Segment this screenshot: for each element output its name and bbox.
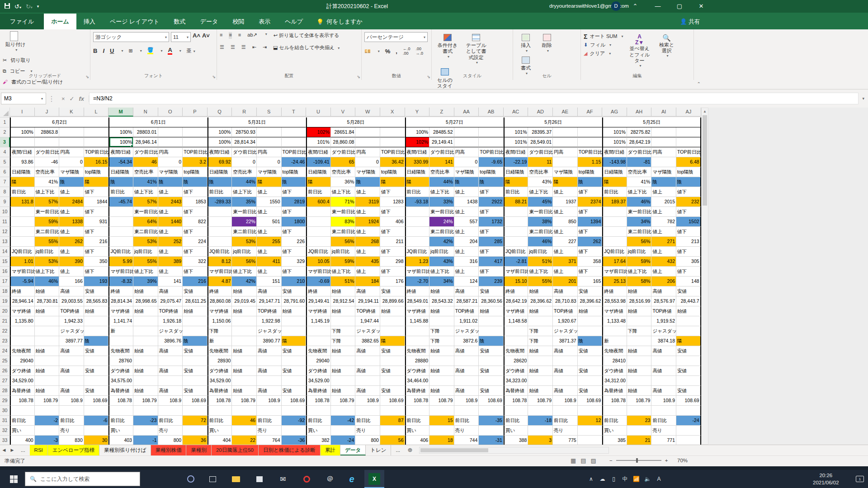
column-header-AG[interactable]: AG	[602, 108, 627, 117]
cell-AD10[interactable]: 東一前日比	[528, 207, 553, 217]
cell-O11[interactable]: 1440	[158, 217, 183, 227]
cell-J26[interactable]: 始値	[35, 366, 60, 376]
cell-AF17[interactable]: 165	[578, 277, 603, 286]
cell-W24[interactable]: 高値	[355, 346, 380, 356]
cell-P12[interactable]: 値下	[183, 227, 208, 237]
ribbon-tab-データ[interactable]: データ	[193, 14, 226, 29]
cell-Z4[interactable]: ダウ前日比	[429, 147, 454, 157]
cell-K22[interactable]: ジャスダック	[59, 326, 84, 336]
cell-K5[interactable]: 0	[59, 157, 84, 167]
vertical-scroll-thumb[interactable]	[703, 115, 707, 206]
cell-AA29[interactable]: 108.9	[454, 396, 479, 406]
cell-N20[interactable]: 始値	[133, 306, 158, 316]
cell-J22[interactable]	[35, 326, 60, 336]
cell-I3[interactable]	[10, 137, 35, 147]
cell-W15[interactable]: 435	[355, 257, 380, 267]
ime-mode-icon[interactable]: A	[653, 470, 665, 488]
cell-R25[interactable]	[232, 356, 257, 366]
cell-T3[interactable]	[282, 137, 307, 147]
cell-O27[interactable]	[158, 376, 183, 386]
cell-Q32[interactable]: 買い	[208, 426, 232, 436]
cell-O18[interactable]: 高値	[158, 286, 183, 296]
cell-K14[interactable]: 値上	[59, 247, 84, 257]
align-right-icon[interactable]: ☰	[241, 44, 246, 51]
row-header-16[interactable]: 16	[0, 267, 10, 277]
cell-K8[interactable]: 値上	[59, 187, 84, 197]
row-header-5[interactable]: 5	[0, 157, 10, 167]
cell-AJ4[interactable]: TOP前日比	[676, 147, 701, 157]
cell-W7[interactable]: 陰	[355, 177, 380, 187]
cell-K3[interactable]	[59, 137, 84, 147]
cell-V13[interactable]: 56%	[331, 237, 356, 247]
cell-S6[interactable]: マザ陽陰	[257, 167, 282, 177]
cell-I2[interactable]: 100%	[10, 127, 35, 137]
cell-AE30[interactable]	[553, 406, 578, 416]
cell-Z16[interactable]: 値上下比	[429, 267, 454, 277]
cell-AH19[interactable]: 28,516.99	[627, 296, 652, 306]
cell-AJ17[interactable]: 148	[676, 277, 701, 286]
cell-AG9[interactable]: 189.37	[602, 197, 627, 207]
cell-AH17[interactable]: 58%	[627, 277, 652, 286]
excel-taskbar-icon[interactable]: X	[364, 470, 384, 488]
normal-view-icon[interactable]: ▦	[571, 457, 576, 464]
cell-I16[interactable]: マザ前日比	[10, 267, 35, 277]
zoom-out-icon[interactable]: −	[609, 458, 613, 463]
cell-AI6[interactable]: マザ陽陰	[651, 167, 676, 177]
row-header-9[interactable]: 9	[0, 197, 10, 207]
cell-L13[interactable]: 216	[84, 237, 109, 247]
cell-AF33[interactable]	[578, 436, 603, 446]
cell-V10[interactable]: 東一前日比	[331, 207, 356, 217]
cell-AC17[interactable]: 15.10	[504, 277, 528, 286]
avatar[interactable]: D	[611, 1, 621, 11]
cell-P13[interactable]: 224	[183, 237, 208, 247]
cell-W8[interactable]: 値上	[355, 187, 380, 197]
cell-AD28[interactable]: 始値	[528, 386, 553, 396]
cell-J5[interactable]: -46	[35, 157, 60, 167]
cell-N18[interactable]: 始値	[133, 286, 158, 296]
cell-AF29[interactable]: 108.69	[578, 396, 603, 406]
cell-U10[interactable]	[306, 207, 331, 217]
cell-I25[interactable]: 29040	[10, 356, 35, 366]
row-header-25[interactable]: 25	[0, 356, 10, 366]
cell-AD26[interactable]: 始値	[528, 366, 553, 376]
task-view-icon[interactable]	[203, 470, 222, 488]
cell-AE17[interactable]: 201	[553, 277, 578, 286]
cell-AA15[interactable]: 316	[454, 257, 479, 267]
cancel-icon[interactable]: ×	[61, 95, 65, 102]
cell-N14[interactable]: jq前日比	[133, 247, 158, 257]
cell-AH33[interactable]: 21	[627, 436, 652, 446]
cell-Y8[interactable]: 前日比	[405, 187, 430, 197]
cell-AB22[interactable]	[479, 326, 504, 336]
cell-J29[interactable]: 108.79	[35, 396, 60, 406]
cell-Z7[interactable]: 44%	[429, 177, 454, 187]
cell-AC20[interactable]: マザ終値	[504, 306, 528, 316]
cell-W31[interactable]: 前日比	[355, 416, 380, 426]
cell-T26[interactable]: 安値	[282, 366, 307, 376]
cell-V30[interactable]	[331, 406, 356, 416]
cell-AJ21[interactable]	[676, 316, 701, 326]
cell-AD12[interactable]: 東二前日比	[528, 227, 553, 237]
sheet-tab-業種別張り付けば[interactable]: 業種別張り付けば	[99, 445, 151, 455]
cell-AC33[interactable]: 388	[504, 436, 528, 446]
cell-U7[interactable]: 陽	[306, 177, 331, 187]
cell-AC2[interactable]: 101%	[504, 127, 528, 137]
cell-AH22[interactable]: 下降	[627, 326, 652, 336]
cell-AD3[interactable]: 28,549.01	[528, 137, 553, 147]
cell-N7[interactable]: 41%	[133, 177, 158, 187]
cell-X13[interactable]: 211	[380, 237, 405, 247]
cell-W12[interactable]: 値上	[355, 227, 380, 237]
cell-I4[interactable]: 夜間/日経	[10, 147, 35, 157]
ribbon-tab-表示[interactable]: 表示	[251, 14, 278, 29]
cell-V28[interactable]: 始値	[331, 386, 356, 396]
cell-AI5[interactable]	[651, 157, 676, 167]
cell-J15[interactable]: 53%	[35, 257, 60, 267]
cell-V24[interactable]: 始値	[331, 346, 356, 356]
cell-AJ19[interactable]: 28,443.7	[676, 296, 701, 306]
cell-AH18[interactable]: 始値	[627, 286, 652, 296]
cell-AF3[interactable]	[578, 137, 603, 147]
cell-I6[interactable]: 日経陽陰	[10, 167, 35, 177]
cell-AF6[interactable]: top陽陰	[578, 167, 603, 177]
cell-AH8[interactable]: 値上下比	[627, 187, 652, 197]
cell-AJ28[interactable]: 安値	[676, 386, 701, 396]
cell-L22[interactable]	[84, 326, 109, 336]
